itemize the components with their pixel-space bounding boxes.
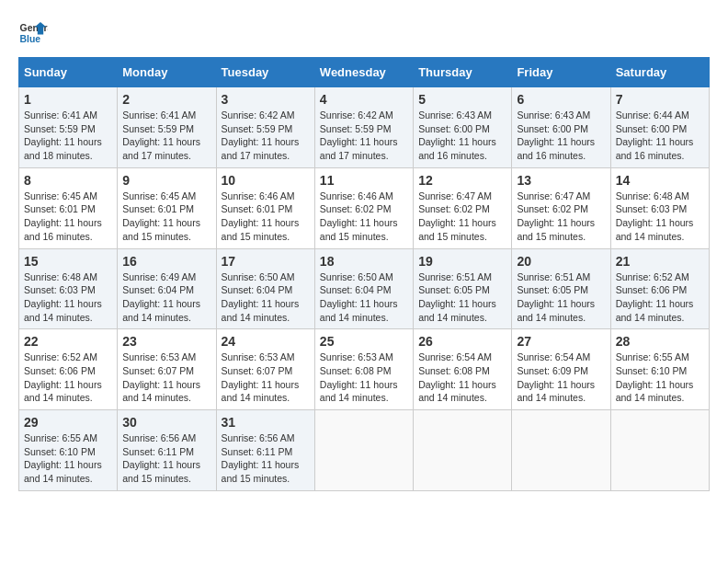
cell-content: Sunrise: 6:51 AMSunset: 6:05 PMDaylight:… bbox=[517, 270, 605, 325]
cell-content: Sunrise: 6:55 AMSunset: 6:10 PMDaylight:… bbox=[24, 431, 112, 486]
calendar-cell: 10Sunrise: 6:46 AMSunset: 6:01 PMDayligh… bbox=[216, 167, 314, 248]
cell-content: Sunrise: 6:56 AMSunset: 6:11 PMDaylight:… bbox=[222, 431, 310, 486]
calendar-table: SundayMondayTuesdayWednesdayThursdayFrid… bbox=[18, 57, 710, 491]
column-header-monday: Monday bbox=[118, 58, 216, 87]
day-number: 26 bbox=[418, 334, 506, 349]
cell-content: Sunrise: 6:43 AMSunset: 6:00 PMDaylight:… bbox=[517, 109, 605, 163]
calendar-cell: 15Sunrise: 6:48 AMSunset: 6:03 PMDayligh… bbox=[19, 248, 118, 329]
cell-content: Sunrise: 6:41 AMSunset: 5:59 PMDaylight:… bbox=[122, 109, 210, 163]
cell-content: Sunrise: 6:49 AMSunset: 6:04 PMDaylight:… bbox=[122, 270, 210, 325]
day-number: 16 bbox=[122, 254, 210, 269]
cell-content: Sunrise: 6:54 AMSunset: 6:08 PMDaylight:… bbox=[418, 350, 506, 405]
day-number: 2 bbox=[122, 92, 210, 107]
calendar-cell: 23Sunrise: 6:53 AMSunset: 6:07 PMDayligh… bbox=[118, 329, 216, 410]
logo: General Blue bbox=[18, 18, 48, 48]
cell-content: Sunrise: 6:46 AMSunset: 6:02 PMDaylight:… bbox=[320, 190, 408, 244]
cell-content: Sunrise: 6:45 AMSunset: 6:01 PMDaylight:… bbox=[122, 190, 210, 244]
day-number: 17 bbox=[222, 254, 310, 269]
cell-content: Sunrise: 6:44 AMSunset: 6:00 PMDaylight:… bbox=[616, 109, 704, 163]
day-number: 6 bbox=[517, 92, 605, 107]
day-number: 5 bbox=[418, 92, 506, 107]
column-header-saturday: Saturday bbox=[610, 58, 709, 87]
column-header-wednesday: Wednesday bbox=[314, 58, 413, 87]
week-row-5: 29Sunrise: 6:55 AMSunset: 6:10 PMDayligh… bbox=[19, 410, 710, 491]
calendar-cell: 1Sunrise: 6:41 AMSunset: 5:59 PMDaylight… bbox=[19, 87, 118, 168]
calendar-cell: 19Sunrise: 6:51 AMSunset: 6:05 PMDayligh… bbox=[414, 248, 512, 329]
calendar-cell: 25Sunrise: 6:53 AMSunset: 6:08 PMDayligh… bbox=[314, 329, 413, 410]
svg-text:Blue: Blue bbox=[20, 34, 41, 44]
cell-content: Sunrise: 6:50 AMSunset: 6:04 PMDaylight:… bbox=[320, 270, 408, 325]
day-number: 20 bbox=[517, 254, 605, 269]
calendar-cell: 8Sunrise: 6:45 AMSunset: 6:01 PMDaylight… bbox=[19, 167, 118, 248]
calendar-cell: 7Sunrise: 6:44 AMSunset: 6:00 PMDaylight… bbox=[610, 87, 709, 168]
day-number: 7 bbox=[616, 92, 704, 107]
calendar-cell bbox=[610, 410, 709, 491]
calendar-cell: 6Sunrise: 6:43 AMSunset: 6:00 PMDaylight… bbox=[512, 87, 610, 168]
calendar-cell: 12Sunrise: 6:47 AMSunset: 6:02 PMDayligh… bbox=[414, 167, 512, 248]
day-number: 22 bbox=[24, 334, 112, 349]
calendar-header-row: SundayMondayTuesdayWednesdayThursdayFrid… bbox=[19, 58, 710, 87]
calendar-cell: 24Sunrise: 6:53 AMSunset: 6:07 PMDayligh… bbox=[216, 329, 314, 410]
day-number: 21 bbox=[616, 254, 704, 269]
day-number: 25 bbox=[320, 334, 408, 349]
calendar-cell: 9Sunrise: 6:45 AMSunset: 6:01 PMDaylight… bbox=[118, 167, 216, 248]
page-header: General Blue bbox=[18, 18, 710, 48]
day-number: 4 bbox=[320, 92, 408, 107]
week-row-1: 1Sunrise: 6:41 AMSunset: 5:59 PMDaylight… bbox=[19, 87, 710, 168]
calendar-cell: 2Sunrise: 6:41 AMSunset: 5:59 PMDaylight… bbox=[118, 87, 216, 168]
day-number: 11 bbox=[320, 173, 408, 188]
calendar-cell bbox=[414, 410, 512, 491]
calendar-cell: 26Sunrise: 6:54 AMSunset: 6:08 PMDayligh… bbox=[414, 329, 512, 410]
cell-content: Sunrise: 6:52 AMSunset: 6:06 PMDaylight:… bbox=[24, 350, 112, 405]
cell-content: Sunrise: 6:43 AMSunset: 6:00 PMDaylight:… bbox=[418, 109, 506, 163]
week-row-4: 22Sunrise: 6:52 AMSunset: 6:06 PMDayligh… bbox=[19, 329, 710, 410]
day-number: 29 bbox=[24, 415, 112, 430]
cell-content: Sunrise: 6:51 AMSunset: 6:05 PMDaylight:… bbox=[418, 270, 506, 325]
day-number: 10 bbox=[222, 173, 310, 188]
cell-content: Sunrise: 6:42 AMSunset: 5:59 PMDaylight:… bbox=[320, 109, 408, 163]
cell-content: Sunrise: 6:41 AMSunset: 5:59 PMDaylight:… bbox=[24, 109, 112, 163]
logo-icon: General Blue bbox=[18, 18, 48, 48]
day-number: 13 bbox=[517, 173, 605, 188]
day-number: 23 bbox=[122, 334, 210, 349]
calendar-cell: 5Sunrise: 6:43 AMSunset: 6:00 PMDaylight… bbox=[414, 87, 512, 168]
column-header-sunday: Sunday bbox=[19, 58, 118, 87]
column-header-thursday: Thursday bbox=[414, 58, 512, 87]
cell-content: Sunrise: 6:47 AMSunset: 6:02 PMDaylight:… bbox=[517, 190, 605, 244]
calendar-cell: 18Sunrise: 6:50 AMSunset: 6:04 PMDayligh… bbox=[314, 248, 413, 329]
day-number: 3 bbox=[222, 92, 310, 107]
cell-content: Sunrise: 6:53 AMSunset: 6:07 PMDaylight:… bbox=[222, 350, 310, 405]
cell-content: Sunrise: 6:55 AMSunset: 6:10 PMDaylight:… bbox=[616, 350, 704, 405]
cell-content: Sunrise: 6:53 AMSunset: 6:08 PMDaylight:… bbox=[320, 350, 408, 405]
day-number: 30 bbox=[122, 415, 210, 430]
calendar-cell: 14Sunrise: 6:48 AMSunset: 6:03 PMDayligh… bbox=[610, 167, 709, 248]
day-number: 12 bbox=[418, 173, 506, 188]
calendar-cell: 22Sunrise: 6:52 AMSunset: 6:06 PMDayligh… bbox=[19, 329, 118, 410]
cell-content: Sunrise: 6:50 AMSunset: 6:04 PMDaylight:… bbox=[222, 270, 310, 325]
column-header-tuesday: Tuesday bbox=[216, 58, 314, 87]
cell-content: Sunrise: 6:54 AMSunset: 6:09 PMDaylight:… bbox=[517, 350, 605, 405]
calendar-cell: 3Sunrise: 6:42 AMSunset: 5:59 PMDaylight… bbox=[216, 87, 314, 168]
day-number: 1 bbox=[24, 92, 112, 107]
calendar-cell: 31Sunrise: 6:56 AMSunset: 6:11 PMDayligh… bbox=[216, 410, 314, 491]
calendar-cell: 16Sunrise: 6:49 AMSunset: 6:04 PMDayligh… bbox=[118, 248, 216, 329]
cell-content: Sunrise: 6:45 AMSunset: 6:01 PMDaylight:… bbox=[24, 190, 112, 244]
calendar-cell: 17Sunrise: 6:50 AMSunset: 6:04 PMDayligh… bbox=[216, 248, 314, 329]
calendar-cell: 29Sunrise: 6:55 AMSunset: 6:10 PMDayligh… bbox=[19, 410, 118, 491]
cell-content: Sunrise: 6:48 AMSunset: 6:03 PMDaylight:… bbox=[24, 270, 112, 325]
calendar-cell: 21Sunrise: 6:52 AMSunset: 6:06 PMDayligh… bbox=[610, 248, 709, 329]
day-number: 24 bbox=[222, 334, 310, 349]
cell-content: Sunrise: 6:47 AMSunset: 6:02 PMDaylight:… bbox=[418, 190, 506, 244]
day-number: 27 bbox=[517, 334, 605, 349]
calendar-cell: 13Sunrise: 6:47 AMSunset: 6:02 PMDayligh… bbox=[512, 167, 610, 248]
cell-content: Sunrise: 6:52 AMSunset: 6:06 PMDaylight:… bbox=[616, 270, 704, 325]
day-number: 28 bbox=[616, 334, 704, 349]
week-row-2: 8Sunrise: 6:45 AMSunset: 6:01 PMDaylight… bbox=[19, 167, 710, 248]
cell-content: Sunrise: 6:56 AMSunset: 6:11 PMDaylight:… bbox=[122, 431, 210, 486]
cell-content: Sunrise: 6:53 AMSunset: 6:07 PMDaylight:… bbox=[122, 350, 210, 405]
cell-content: Sunrise: 6:48 AMSunset: 6:03 PMDaylight:… bbox=[616, 190, 704, 244]
calendar-cell: 28Sunrise: 6:55 AMSunset: 6:10 PMDayligh… bbox=[610, 329, 709, 410]
calendar-cell: 30Sunrise: 6:56 AMSunset: 6:11 PMDayligh… bbox=[118, 410, 216, 491]
day-number: 9 bbox=[122, 173, 210, 188]
calendar-cell: 20Sunrise: 6:51 AMSunset: 6:05 PMDayligh… bbox=[512, 248, 610, 329]
